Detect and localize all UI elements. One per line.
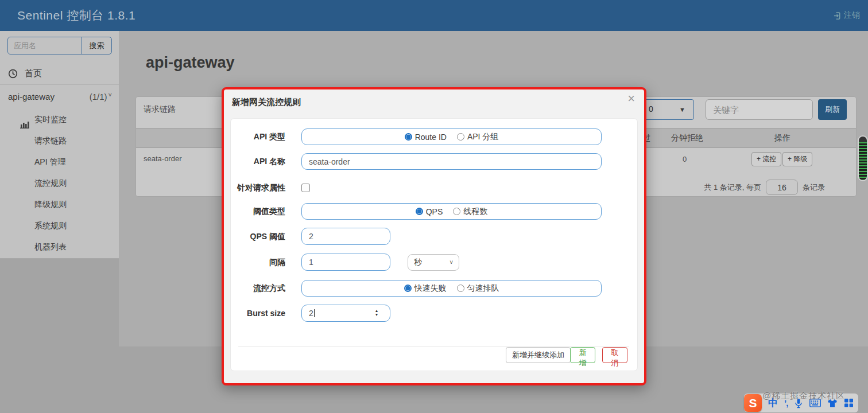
add-flow-rule-button[interactable]: + 流控	[751, 152, 781, 166]
cancel-button[interactable]: 取消	[602, 347, 627, 363]
threshold-type-radio-group: QPS 线程数	[301, 203, 602, 220]
app-machine-count: (1/1)	[90, 92, 107, 102]
radio-checked-icon	[405, 133, 412, 141]
radio-option-fast-fail[interactable]: 快速失败	[404, 283, 447, 294]
radio-unchecked-icon	[457, 285, 464, 292]
text-cursor	[314, 309, 315, 317]
field-label-threshold-type: 阈值类型	[231, 203, 285, 220]
dialog-title: 新增网关流控规则	[232, 97, 301, 108]
scrollbar-thumb[interactable]	[859, 137, 867, 180]
sidebar-item-home[interactable]: 首页	[0, 63, 119, 85]
panel-title: 请求链路	[144, 104, 176, 115]
api-type-radio-group: Route ID API 分组	[301, 128, 602, 145]
dialog-form: API 类型 Route ID API 分组 API 名称 针对请求属性 阈值类…	[231, 119, 637, 371]
chevron-down-icon: ˅	[108, 91, 112, 98]
toolbox-grid-icon[interactable]	[844, 398, 854, 408]
add-degrade-rule-button[interactable]: + 降级	[782, 152, 812, 166]
radio-checked-icon	[416, 208, 423, 215]
field-label-api-name: API 名称	[231, 153, 285, 170]
field-label-api-type: API 类型	[231, 128, 285, 145]
add-button[interactable]: 新增	[570, 347, 595, 363]
watermark-text: @稀土掘金技术社区	[762, 391, 845, 402]
logout-button[interactable]: 注销	[833, 0, 860, 31]
pagination-suffix: 条记录	[803, 182, 825, 193]
chevron-down-icon: ˅	[450, 259, 453, 266]
pagination: 共 1 条记录, 每页 16 条记录	[704, 180, 825, 195]
interval-unit-value: 秒	[414, 258, 422, 268]
request-attr-checkbox[interactable]	[301, 184, 310, 192]
api-name-input[interactable]	[301, 153, 602, 170]
interval-input[interactable]	[301, 254, 390, 271]
sidebar-item-flow-rules[interactable]: 流控规则	[0, 173, 119, 194]
app-search-input[interactable]	[8, 37, 82, 54]
close-icon[interactable]: ×	[627, 91, 635, 107]
pagination-prefix: 共 1 条记录, 每页	[704, 182, 761, 193]
sidebar-item-system-rules[interactable]: 系统规则	[0, 215, 119, 236]
number-spinner[interactable]: ▴▾	[375, 309, 378, 317]
app-search-button[interactable]: 搜索	[82, 37, 111, 54]
app-search-group: 搜索	[7, 37, 112, 54]
keyword-input[interactable]	[706, 99, 813, 120]
home-clock-icon	[8, 69, 18, 79]
field-label-interval: 间隔	[231, 254, 285, 271]
radio-option-route-id[interactable]: Route ID	[405, 133, 447, 142]
field-label-request-attr: 针对请求属性	[231, 180, 285, 196]
cell-request-link: seata-order	[144, 154, 181, 163]
field-label-flow-mode: 流控方式	[231, 280, 285, 297]
top-navbar: Sentinel 控制台 1.8.1 注销	[0, 0, 868, 31]
col-header-operation: 操作	[774, 133, 790, 143]
caret-down-icon: ▼	[679, 106, 685, 113]
add-and-continue-button[interactable]: 新增并继续添加	[506, 347, 571, 363]
sidebar-item-realtime-monitor[interactable]: 实时监控	[0, 109, 119, 130]
refresh-button[interactable]: 刷新	[818, 99, 847, 120]
radio-option-uniform-queue[interactable]: 匀速排队	[457, 283, 499, 294]
radio-option-api-group[interactable]: API 分组	[457, 132, 498, 142]
sidebar-item-api-gateway[interactable]: api-gateway (1/1) ˅	[0, 85, 119, 108]
app-title: Sentinel 控制台 1.8.1	[17, 0, 135, 31]
logout-icon	[833, 11, 842, 20]
sidebar-item-machine-list[interactable]: 机器列表	[0, 236, 119, 258]
sidebar-item-request-chain[interactable]: 请求链路	[0, 130, 119, 151]
radio-checked-icon	[404, 285, 412, 292]
machine-select-value: 0	[649, 104, 653, 114]
field-label-qps-threshold: QPS 阈值	[231, 228, 285, 245]
radio-unchecked-icon	[453, 208, 460, 215]
page-title: api-gateway	[146, 54, 235, 72]
flow-mode-radio-group: 快速失败 匀速排队	[301, 280, 602, 297]
cell-minute-reject: 0	[683, 155, 687, 163]
sidebar-item-api-management[interactable]: API 管理	[0, 151, 119, 173]
footer-divider	[238, 346, 629, 346]
page-size-input[interactable]: 16	[766, 180, 798, 195]
spinner-down-icon: ▾	[375, 313, 378, 317]
interval-unit-select[interactable]: 秒 ˅	[408, 254, 459, 271]
qps-threshold-input[interactable]	[301, 228, 390, 245]
sogou-logo-icon[interactable]: S	[744, 394, 762, 412]
sidebar: 搜索 首页 api-gateway (1/1) ˅ 实时监控 请求链路 API …	[0, 31, 119, 259]
radio-unchecked-icon	[457, 133, 464, 141]
add-gateway-flow-rule-dialog: 新增网关流控规则 × API 类型 Route ID API 分组 API 名称…	[222, 87, 646, 385]
sidebar-item-degrade-rules[interactable]: 降级规则	[0, 194, 119, 215]
radio-option-thread-count[interactable]: 线程数	[453, 206, 487, 217]
radio-option-qps[interactable]: QPS	[416, 207, 443, 216]
field-label-burst-size: Burst size	[231, 305, 285, 322]
col-header-reject: 分钟拒绝	[671, 133, 703, 143]
